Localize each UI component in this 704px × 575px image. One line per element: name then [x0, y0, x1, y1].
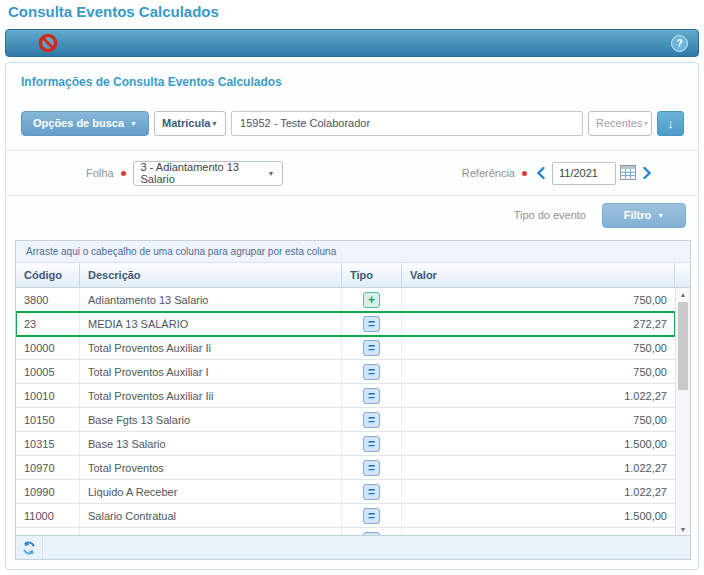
cell-tipo: =	[342, 504, 402, 527]
group-by-hint: Arraste aqui o cabeçalho de uma coluna p…	[26, 246, 336, 257]
caret-down-icon: ▼	[268, 170, 275, 177]
table-row[interactable]: 10000Total Proventos Auxiliar Ii=750,00	[16, 336, 675, 360]
table-row[interactable]: 10150Base Fgts 13 Salario=750,00	[16, 408, 675, 432]
table-row[interactable]: 10990Liquido A Receber=1.022,27	[16, 480, 675, 504]
equals-icon[interactable]: =	[363, 388, 380, 404]
table-row[interactable]: 10005Total Proventos Auxiliar I=750,00	[16, 360, 675, 384]
cell-descricao: Base Fgts 13 Salario	[80, 408, 342, 431]
folha-value: 3 - Adiantamento 13 Salario	[141, 161, 268, 185]
table-header: Código Descrição Tipo Valor	[16, 263, 690, 288]
cell-valor: 750,00	[402, 288, 675, 311]
tipo-evento-label: Tipo do evento	[514, 209, 586, 221]
calendar-icon[interactable]	[619, 164, 639, 183]
cell-valor: 272,27	[402, 312, 675, 335]
equals-icon[interactable]: =	[363, 508, 380, 524]
search-field-select[interactable]: Matrícula ▼	[154, 111, 226, 136]
column-header-valor[interactable]: Valor	[402, 263, 675, 287]
folha-label: Folha	[86, 167, 114, 179]
equals-icon[interactable]: =	[363, 364, 380, 380]
folha-row: Folha 3 - Adiantamento 13 Salario ▼ Refe…	[6, 151, 698, 195]
table-row[interactable]: 23MEDIA 13 SALÁRIO=272,27	[16, 312, 675, 336]
cell-descricao: Total Proventos	[80, 456, 342, 479]
filtro-label: Filtro	[624, 209, 652, 221]
group-by-bar[interactable]: Arraste aqui o cabeçalho de uma coluna p…	[16, 241, 690, 263]
next-month-button[interactable]	[639, 167, 656, 179]
equals-icon[interactable]: =	[363, 436, 380, 452]
cell-tipo: =	[342, 480, 402, 503]
cell-codigo: 10970	[16, 456, 80, 479]
cell-descricao: Base 13 Salario	[80, 432, 342, 455]
table-row[interactable]: 10315Base 13 Salario=1.500,00	[16, 432, 675, 456]
cell-descricao: MEDIA 13 SALÁRIO	[80, 312, 342, 335]
search-options-button[interactable]: Opções de busca ▼	[21, 111, 149, 136]
required-dot	[522, 171, 527, 176]
table-row[interactable]: 3800Adiantamento 13 Salario+750,00	[16, 288, 675, 312]
cell-descricao: Adiantamento 13 Salario	[80, 288, 342, 311]
vertical-scrollbar[interactable]: ▲ ▼	[675, 288, 690, 536]
cell-descricao: Liquido A Receber	[80, 480, 342, 503]
table-row[interactable]: 11000Salario Contratual=1.500,00	[16, 504, 675, 528]
search-input[interactable]	[231, 111, 583, 136]
search-field-label: Matrícula	[162, 117, 210, 129]
equals-icon[interactable]: =	[363, 412, 380, 428]
cell-valor: 1.022,27	[402, 480, 675, 503]
equals-icon[interactable]: =	[363, 460, 380, 476]
scroll-up-icon[interactable]: ▲	[676, 288, 690, 301]
recent-label: Recentes	[596, 117, 642, 129]
search-row: Opções de busca ▼ Matrícula ▼ Recentes ▼…	[6, 102, 698, 150]
cell-tipo: =	[342, 456, 402, 479]
main-panel: Informações de Consulta Eventos Calculad…	[5, 62, 699, 570]
column-header-tipo[interactable]: Tipo	[342, 263, 402, 287]
required-dot	[121, 171, 126, 176]
cell-codigo: 10000	[16, 336, 80, 359]
table-row[interactable]: 10010Total Proventos Auxiliar Iii=1.022,…	[16, 384, 675, 408]
table-body: 3800Adiantamento 13 Salario+750,0023MEDI…	[16, 288, 675, 536]
refresh-icon	[22, 541, 36, 555]
equals-icon[interactable]: =	[363, 340, 380, 356]
cell-descricao: Total Proventos Auxiliar Ii	[80, 336, 342, 359]
cell-valor: 1.500,00	[402, 504, 675, 527]
section-title: Informações de Consulta Eventos Calculad…	[6, 63, 698, 102]
referencia-input[interactable]	[552, 162, 616, 185]
cell-descricao: Total Proventos Auxiliar I	[80, 360, 342, 383]
caret-down-icon: ▼	[657, 212, 664, 219]
cell-codigo: 10010	[16, 384, 80, 407]
cell-tipo: +	[342, 288, 402, 311]
recent-select[interactable]: Recentes ▼	[588, 111, 652, 136]
cell-valor: 750,00	[402, 360, 675, 383]
page-title: Consulta Eventos Calculados	[8, 3, 219, 20]
refresh-button[interactable]	[16, 536, 43, 559]
cell-tipo: =	[342, 432, 402, 455]
toolbar: ?	[5, 29, 699, 57]
cell-tipo: =	[342, 360, 402, 383]
event-type-row: Tipo do evento Filtro ▼	[6, 196, 698, 234]
cell-codigo: 10150	[16, 408, 80, 431]
cell-valor: 1.500,00	[402, 432, 675, 455]
cell-valor: 1.022,27	[402, 384, 675, 407]
cell-valor: 750,00	[402, 408, 675, 431]
prohibition-icon[interactable]	[38, 33, 58, 57]
filtro-button[interactable]: Filtro ▼	[602, 203, 686, 228]
cell-valor: 1.022,27	[402, 456, 675, 479]
folha-select[interactable]: 3 - Adiantamento 13 Salario ▼	[133, 161, 283, 186]
column-header-codigo[interactable]: Código	[16, 263, 80, 287]
column-header-descricao[interactable]: Descrição	[80, 263, 342, 287]
cell-descricao: Salario Contratual	[80, 504, 342, 527]
cell-tipo: =	[342, 408, 402, 431]
plus-icon[interactable]: +	[363, 292, 380, 308]
cell-codigo: 3800	[16, 288, 80, 311]
scrollbar-thumb[interactable]	[678, 302, 688, 390]
equals-icon[interactable]: =	[363, 484, 380, 500]
cell-tipo: =	[342, 312, 402, 335]
cell-valor: 750,00	[402, 336, 675, 359]
previous-month-button[interactable]	[532, 167, 549, 179]
referencia-label: Referência	[462, 167, 515, 179]
cell-codigo: 10005	[16, 360, 80, 383]
cell-tipo: =	[342, 336, 402, 359]
help-icon[interactable]: ?	[671, 35, 688, 52]
search-submit-button[interactable]: ↓	[657, 111, 684, 136]
table-row[interactable]: 10970Total Proventos=1.022,27	[16, 456, 675, 480]
equals-icon[interactable]: =	[363, 316, 380, 332]
cell-codigo: 11000	[16, 504, 80, 527]
cell-tipo: =	[342, 384, 402, 407]
